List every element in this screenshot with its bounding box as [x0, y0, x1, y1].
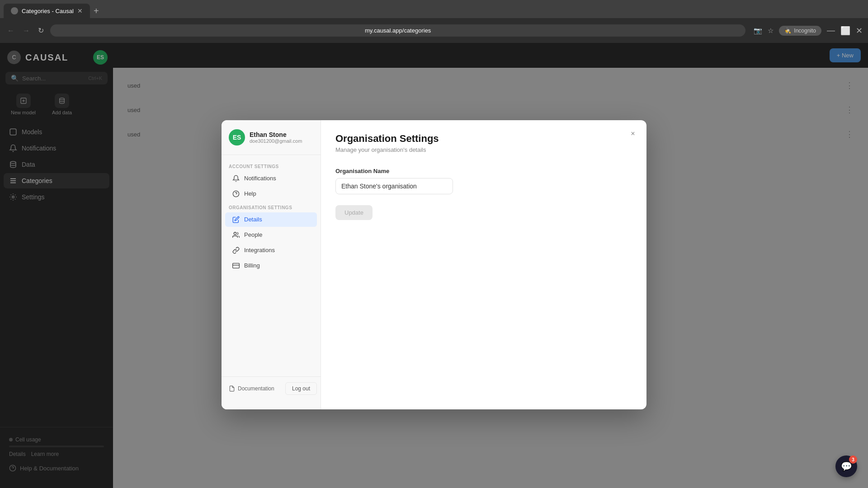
user-info-block: Ethan Stone doe301200@gmail.com: [250, 131, 302, 144]
nav-item-integrations[interactable]: Integrations: [225, 243, 317, 258]
refresh-button[interactable]: ↻: [36, 24, 46, 37]
nav-item-help[interactable]: Help: [225, 187, 317, 201]
bookmark-icon[interactable]: ☆: [768, 27, 774, 35]
org-settings-label: ORGANISATION SETTINGS: [222, 202, 321, 212]
settings-nav: ES Ethan Stone doe301200@gmail.com ACCOU…: [222, 120, 321, 409]
nav-item-help-label: Help: [244, 190, 256, 197]
settings-close-button[interactable]: ×: [627, 127, 639, 140]
active-tab[interactable]: Categories - Causal ✕: [4, 4, 90, 18]
nav-item-billing[interactable]: Billing: [225, 258, 317, 273]
account-settings-label: ACCOUNT SETTINGS: [222, 160, 321, 171]
settings-user-info: ES Ethan Stone doe301200@gmail.com: [222, 129, 321, 155]
nav-item-details[interactable]: Details: [225, 212, 317, 227]
nav-item-people[interactable]: People: [225, 228, 317, 242]
camera-icon: 📷: [754, 27, 762, 35]
update-button[interactable]: Update: [335, 205, 373, 220]
settings-subtitle: Manage your organisation's details: [335, 146, 632, 153]
settings-panel: × Organisation Settings Manage your orga…: [321, 120, 646, 409]
maximize-button[interactable]: ⬜: [840, 26, 850, 36]
doc-label: Documentation: [238, 385, 274, 392]
documentation-button[interactable]: Documentation: [225, 383, 278, 394]
tab-title: Categories - Causal: [22, 8, 74, 14]
nav-item-details-label: Details: [244, 216, 262, 223]
svg-rect-10: [233, 263, 240, 268]
nav-item-notifications-label: Notifications: [244, 175, 276, 182]
nav-item-billing-label: Billing: [244, 262, 260, 269]
nav-item-notifications[interactable]: Notifications: [225, 171, 317, 186]
minimize-button[interactable]: —: [827, 26, 835, 35]
user-name: Ethan Stone: [250, 131, 302, 138]
forward-button[interactable]: →: [21, 25, 32, 37]
address-bar[interactable]: my.causal.app/categories: [50, 24, 745, 37]
settings-nav-bottom: Documentation Log out: [222, 376, 321, 400]
tab-close-btn[interactable]: ✕: [77, 7, 83, 14]
incognito-badge: 🕵 Incognito: [779, 26, 821, 36]
settings-title: Organisation Settings: [335, 133, 632, 145]
back-button[interactable]: ←: [5, 25, 16, 37]
settings-modal: ES Ethan Stone doe301200@gmail.com ACCOU…: [222, 120, 646, 409]
nav-item-integrations-label: Integrations: [244, 247, 275, 253]
org-name-group: Organisation Name: [335, 168, 632, 194]
close-button[interactable]: ✕: [856, 26, 863, 36]
new-tab-button[interactable]: +: [90, 4, 103, 18]
settings-user-avatar: ES: [229, 129, 245, 145]
org-name-label: Organisation Name: [335, 168, 632, 174]
nav-item-people-label: People: [244, 231, 262, 238]
tab-favicon: [11, 7, 18, 14]
chat-bubble[interactable]: 💬 3: [835, 455, 857, 477]
incognito-icon: 🕵: [784, 28, 791, 34]
logout-button[interactable]: Log out: [285, 382, 317, 395]
chat-badge: 3: [849, 455, 857, 464]
org-name-input[interactable]: [335, 178, 453, 194]
modal-overlay[interactable]: ES Ethan Stone doe301200@gmail.com ACCOU…: [0, 43, 868, 488]
user-email: doe301200@gmail.com: [250, 138, 302, 144]
svg-point-9: [234, 232, 236, 235]
